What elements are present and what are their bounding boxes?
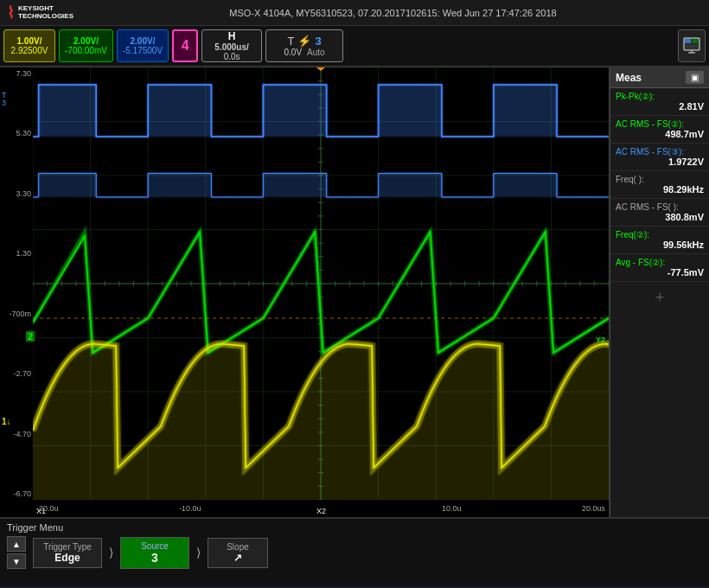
trigger-down-button[interactable]: ▼ — [7, 553, 26, 569]
meas-label-4: AC RMS - FS( ): — [616, 202, 704, 212]
ch2-volts: 2.00V/ — [73, 36, 99, 46]
meas-item-1: AC RMS - FS(②): 498.7mV — [610, 116, 709, 144]
grid-area — [33, 67, 609, 500]
header-bar: ⌇ KEYSIGHT TECHNOLOGIES MSO-X 4104A, MY5… — [0, 0, 709, 26]
meas-label-6: Avg - FS(②): — [616, 258, 704, 267]
x-label-3: 10.0u — [442, 504, 462, 513]
trigger-mode: Auto — [307, 48, 325, 57]
main-area: 7.30 5.30 3.30 1.30 -700m -2.70 -4.70 -6… — [0, 67, 709, 517]
x-label-1: -10.0u — [179, 504, 201, 513]
logo-icon: ⌇ — [7, 3, 15, 22]
trigger-source-value: 3 — [133, 551, 176, 565]
ch1-ground-marker: 1↓ — [2, 417, 11, 426]
ch2-ground-marker: 2 — [26, 331, 35, 342]
meas-value-2: 1.9722V — [616, 157, 704, 167]
meas-label-5: Freq(②): — [616, 230, 704, 240]
y-label-2: 3.30 — [0, 189, 33, 198]
meas-value-0: 2.81V — [616, 101, 704, 112]
meas-label-1: AC RMS - FS(②): — [616, 119, 704, 129]
trigger-arrow-right2: ⟩ — [196, 546, 201, 559]
trigger-slope-value: ↗ — [217, 552, 259, 564]
ch2-offset: -700.00mV — [65, 46, 107, 55]
trigger-voltage: 0.0V — [284, 48, 303, 57]
y-label-1: 5.30 — [0, 129, 33, 137]
trigger-label: T — [287, 35, 294, 48]
meas-value-5: 99.56kHz — [616, 240, 704, 250]
x-axis-labels: -20.0u -10.0u 10.0u 20.0us — [33, 500, 609, 517]
y-label-0: 7.30 — [0, 69, 33, 78]
meas-value-3: 98.29kHz — [616, 184, 704, 195]
measurements-panel: Meas ▣ Pk-Pk(②): 2.81V AC RMS - FS(②): 4… — [610, 67, 709, 517]
trigger-controls: ▲ ▼ Trigger Type Edge ⟩ Source 3 ⟩ Slope… — [7, 536, 702, 569]
y-label-5: -2.70 — [0, 369, 33, 378]
meas-label-0: Pk-Pk(②): — [616, 92, 704, 101]
logo-text: KEYSIGHT TECHNOLOGIES — [18, 5, 73, 21]
trigger-menu-title: Trigger Menu — [7, 522, 702, 533]
y-label-4: -700m — [0, 310, 33, 318]
add-measurement-button[interactable]: + — [610, 282, 709, 314]
ch1-offset: 2.92500V — [11, 46, 48, 55]
trigger-type-label: Trigger Type — [42, 542, 93, 552]
trigger-icon: ⚡ — [297, 35, 311, 48]
ch3-position-marker: T3 — [2, 92, 7, 107]
trigger-button[interactable]: T ⚡ 3 0.0V Auto — [265, 29, 343, 62]
meas-value-6: -77.5mV — [616, 267, 704, 278]
channel-1-button[interactable]: 1.00V/ 2.92500V — [3, 29, 55, 62]
meas-label-2: AC RMS - FS(③): — [616, 147, 704, 157]
trigger-arrows: ▲ ▼ — [7, 536, 26, 569]
y-axis-labels: 7.30 5.30 3.30 1.30 -700m -2.70 -4.70 -6… — [0, 67, 33, 500]
grid-svg — [33, 67, 609, 500]
h-delay: 0.0s — [224, 52, 240, 61]
trigger-menu-area: Trigger Menu ▲ ▼ Trigger Type Edge ⟩ Sou… — [0, 517, 709, 586]
measurements-menu-button[interactable]: ▣ — [686, 71, 704, 84]
horizontal-button[interactable]: H 5.000us/ 0.0s — [201, 29, 262, 62]
meas-item-4: AC RMS - FS( ): 380.8mV — [610, 199, 709, 227]
trigger-source-label: Source — [133, 541, 176, 551]
ch3-offset: -5.17500V — [123, 46, 163, 55]
svg-rect-2 — [692, 39, 699, 43]
display-button[interactable] — [678, 29, 706, 62]
trigger-channel: 3 — [315, 35, 321, 48]
trigger-type-box[interactable]: Trigger Type Edge — [33, 538, 102, 568]
scope-display: 7.30 5.30 3.30 1.30 -700m -2.70 -4.70 -6… — [0, 67, 610, 517]
meas-item-0: Pk-Pk(②): 2.81V — [610, 88, 709, 116]
meas-value-1: 498.7mV — [616, 129, 704, 139]
h-time-div: 5.000us/ — [214, 42, 248, 52]
ch1-volts: 1.00V/ — [17, 36, 42, 46]
x-label-4: 20.0us — [582, 504, 605, 513]
measurements-header: Meas ▣ — [610, 67, 709, 88]
svg-rect-3 — [685, 44, 699, 49]
y-label-3: 1.30 — [0, 249, 33, 258]
trigger-slope-label: Slope — [217, 542, 259, 552]
channel-toolbar: 1.00V/ 2.92500V 2.00V/ -700.00mV 2.00V/ … — [0, 26, 709, 67]
measurements-title: Meas — [616, 72, 642, 84]
channel-4-button[interactable]: 4 — [172, 29, 198, 62]
meas-value-4: 380.8mV — [616, 212, 704, 222]
y-label-6: -4.70 — [0, 430, 33, 438]
title-bar: MSO-X 4104A, MY56310523, 07.20.201710261… — [84, 8, 702, 18]
meas-label-3: Freq( ): — [616, 175, 704, 184]
y2-marker: Y2 — [596, 336, 605, 344]
meas-item-3: Freq( ): 98.29kHz — [610, 171, 709, 199]
meas-item-2: AC RMS - FS(③): 1.9722V — [610, 144, 709, 171]
x-label-0: -20.0u — [36, 504, 59, 513]
trigger-arrow-right: ⟩ — [109, 546, 113, 559]
trigger-slope-box[interactable]: Slope ↗ — [208, 538, 268, 568]
svg-rect-1 — [685, 39, 691, 43]
trigger-type-value: Edge — [42, 552, 93, 564]
ch3-volts: 2.00V/ — [131, 36, 156, 46]
channel-3-button[interactable]: 2.00V/ -5.17500V — [117, 29, 169, 62]
y-label-7: -6.70 — [0, 489, 33, 498]
trigger-up-button[interactable]: ▲ — [7, 536, 26, 552]
meas-item-5: Freq(②): 99.56kHz — [610, 227, 709, 254]
channel-2-button[interactable]: 2.00V/ -700.00mV — [59, 29, 113, 62]
trigger-source-box[interactable]: Source 3 — [120, 537, 189, 569]
meas-item-6: Avg - FS(②): -77.5mV — [610, 254, 709, 282]
logo: ⌇ KEYSIGHT TECHNOLOGIES — [7, 3, 73, 22]
